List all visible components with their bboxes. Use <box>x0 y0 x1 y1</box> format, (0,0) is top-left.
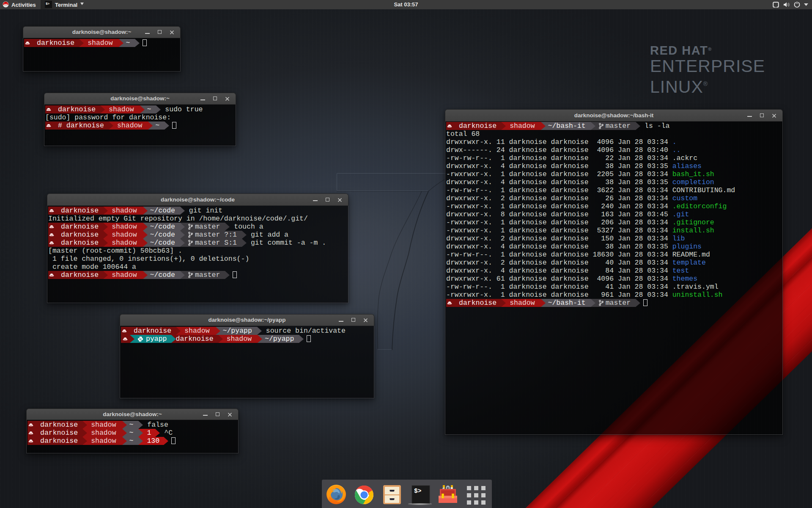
svg-text:$>: $> <box>414 488 421 494</box>
